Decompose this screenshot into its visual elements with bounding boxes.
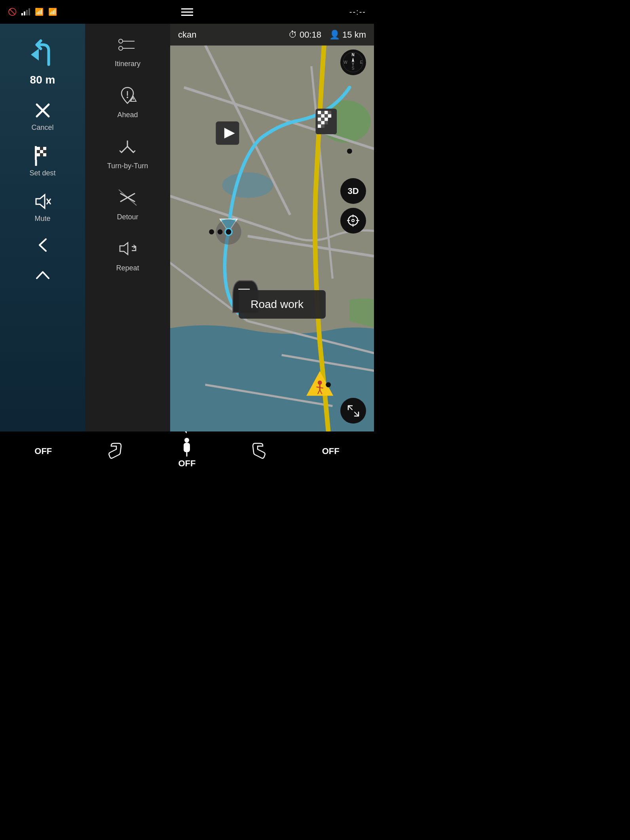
svg-rect-55	[321, 118, 324, 121]
svg-rect-50	[318, 114, 321, 118]
back-arrow-icon	[35, 237, 51, 253]
detour-label: Detour	[117, 213, 138, 221]
svg-point-82	[352, 219, 354, 222]
ahead-button[interactable]: Ahead	[85, 77, 170, 128]
svg-text:N: N	[351, 53, 354, 57]
back-button[interactable]	[0, 230, 85, 260]
svg-rect-49	[328, 111, 332, 114]
speaker-mute-icon	[33, 192, 53, 211]
svg-rect-59	[324, 121, 328, 125]
svg-rect-54	[318, 118, 321, 121]
repeat-audio-icon	[117, 239, 139, 258]
svg-point-62	[225, 228, 232, 235]
left-sidebar: 80 m Cancel	[0, 24, 85, 431]
svg-point-71	[347, 148, 352, 154]
target-button[interactable]	[340, 208, 366, 234]
map-nav-bar: ckan ⏱ 00:18 👤 15 km	[170, 24, 374, 46]
hamburger-menu[interactable]	[181, 8, 193, 16]
status-center	[181, 8, 193, 16]
seat-figure-icon	[179, 437, 195, 457]
svg-point-17	[119, 39, 123, 43]
hamburger-line2	[181, 11, 193, 13]
cancel-button[interactable]: Cancel	[0, 93, 85, 139]
svg-rect-56	[324, 118, 328, 121]
compass-svg: N S E W	[342, 51, 364, 73]
svg-rect-9	[43, 150, 46, 153]
svg-rect-53	[328, 114, 332, 118]
svg-rect-52	[324, 114, 328, 118]
bottom-bar: OFF OFF ACOFF OFF	[0, 431, 374, 471]
itinerary-list-icon	[117, 36, 139, 54]
distance-display: 👤 15 km	[329, 30, 366, 40]
mute-icon	[33, 192, 53, 211]
detour-button[interactable]: Detour	[85, 179, 170, 230]
turn-arrow-icon	[27, 39, 59, 70]
seat-right-button[interactable]	[249, 441, 269, 461]
left-off-label: OFF	[34, 446, 52, 456]
svg-point-72	[209, 229, 214, 234]
svg-rect-58	[321, 121, 324, 125]
svg-marker-28	[120, 243, 128, 255]
status-bar: 🚫 📶 📶 --:--	[0, 0, 374, 24]
split-arrows-icon	[117, 137, 139, 156]
no-sim-icon: 🚫	[8, 8, 17, 16]
repeat-button[interactable]: Repeat	[85, 230, 170, 281]
signal-bars	[21, 8, 30, 15]
itinerary-button[interactable]: Itinerary	[85, 28, 170, 77]
turn-by-turn-button[interactable]: Turn-by-Turn	[85, 128, 170, 179]
seat-right-icon	[249, 441, 269, 461]
detour-icon	[117, 188, 139, 209]
up-button[interactable]	[0, 260, 85, 290]
middle-sidebar: Itinerary Ahead	[85, 24, 170, 431]
svg-text:S: S	[352, 66, 355, 70]
svg-rect-3	[35, 146, 37, 160]
map-area[interactable]: ckan ⏱ 00:18 👤 15 km	[170, 24, 374, 431]
svg-text:E: E	[360, 60, 363, 65]
bottom-left-off[interactable]: OFF	[34, 446, 52, 456]
svg-marker-0	[31, 49, 39, 61]
svg-marker-14	[36, 195, 45, 208]
svg-point-66	[318, 380, 322, 385]
ahead-icon	[117, 86, 139, 107]
svg-point-73	[326, 382, 331, 388]
svg-point-23	[127, 97, 128, 98]
fan-off-label: OFF	[178, 458, 195, 469]
checkered-flag-icon	[33, 146, 53, 166]
svg-rect-61	[321, 124, 324, 128]
destination-text: ckan	[178, 30, 196, 40]
resize-button[interactable]	[340, 398, 366, 424]
svg-rect-11	[40, 153, 43, 156]
svg-rect-6	[43, 147, 46, 150]
wifi-icon: 📶	[48, 8, 57, 16]
turn-indicator: 80 m	[0, 32, 85, 93]
turn-by-turn-label: Turn-by-Turn	[107, 162, 148, 170]
3d-button[interactable]: 3D	[340, 178, 366, 204]
ac-off-label: ACOFF	[181, 470, 192, 471]
cancel-label: Cancel	[31, 124, 53, 132]
distance-display: 80 m	[30, 74, 55, 86]
cancel-icon	[33, 101, 53, 120]
hamburger-line3	[181, 15, 193, 16]
repeat-icon	[117, 239, 139, 260]
svg-point-30	[222, 173, 273, 198]
svg-rect-7	[37, 150, 40, 153]
time-display: ⏱ 00:18	[288, 30, 321, 40]
chevron-left-icon	[35, 237, 51, 253]
bottom-right-off[interactable]: OFF	[322, 446, 340, 456]
itinerary-label: Itinerary	[115, 60, 140, 68]
svg-line-27	[119, 190, 137, 205]
svg-text:W: W	[343, 60, 347, 65]
ahead-label: Ahead	[117, 111, 138, 119]
turn-by-turn-icon	[117, 137, 139, 158]
set-dest-button[interactable]: Set dest	[0, 139, 85, 184]
hamburger-line1	[181, 8, 193, 10]
seat-left-button[interactable]	[105, 441, 125, 461]
repeat-label: Repeat	[116, 264, 139, 272]
mute-button[interactable]: Mute	[0, 184, 85, 230]
bar3	[26, 10, 28, 15]
seat-left-icon	[105, 441, 125, 461]
bar4	[28, 8, 30, 15]
status-time: --:--	[349, 8, 366, 17]
compass: N S E W	[340, 49, 366, 75]
itinerary-icon	[117, 36, 139, 56]
